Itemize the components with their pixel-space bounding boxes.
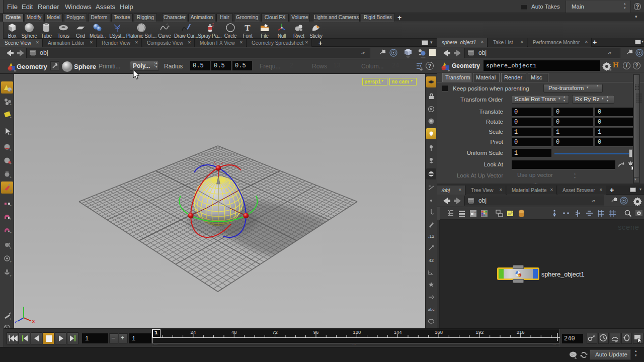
svg-text:42: 42 — [429, 258, 434, 263]
svg-text:T: T — [245, 23, 251, 33]
svg-text:168: 168 — [435, 329, 443, 335]
svg-text:144: 144 — [394, 329, 402, 335]
svg-text:72: 72 — [272, 329, 278, 335]
svg-text:120: 120 — [353, 329, 361, 335]
svg-text:z: z — [15, 319, 17, 324]
svg-text:abc: abc — [428, 307, 435, 312]
svg-text:24: 24 — [191, 329, 196, 335]
svg-text:n: n — [474, 211, 476, 214]
svg-text:216: 216 — [517, 329, 525, 335]
svg-text:.12: .12 — [428, 234, 435, 239]
svg-text:x: x — [32, 319, 35, 324]
svg-text:48: 48 — [231, 329, 237, 335]
svg-text:96: 96 — [313, 329, 319, 335]
svg-text:192: 192 — [475, 329, 484, 335]
